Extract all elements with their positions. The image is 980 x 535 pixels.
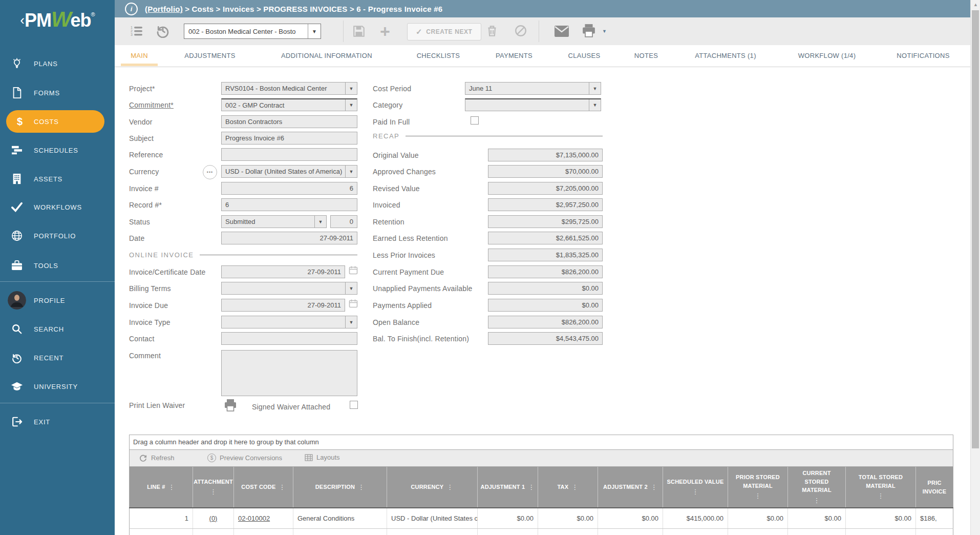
sidebar-item-university[interactable]: UNIVERSITY [0,375,115,398]
record-selector-dropdown[interactable]: 002 - Boston Medical Center - Bosto ▼ [184,24,321,39]
delete-icon[interactable] [485,24,499,37]
comment-label: Comment [129,352,161,360]
refresh-button[interactable]: Refresh [139,454,175,462]
tab-attachments[interactable]: ATTACHMENTS (1) [695,52,756,59]
scrollbar-thumb[interactable] [972,10,979,448]
column-header-currency[interactable]: CURRENCY⋮ [387,467,478,507]
column-header-adjustment1[interactable]: ADJUSTMENT 1⋮ [478,467,538,507]
column-menu-icon[interactable]: ⋮ [754,491,761,501]
grid-group-by-bar[interactable]: Drag a column header and drop it here to… [129,435,953,450]
record-number-field[interactable]: 6 [221,198,357,211]
invoice-certificate-date-field[interactable]: 27-09-2011 [221,265,345,278]
sidebar-item-exit[interactable]: EXIT [0,410,115,433]
column-header-current-stored-material[interactable]: CURRENT STORED MATERIAL⋮ [788,467,846,507]
column-header-cost-code[interactable]: COST CODE⋮ [234,467,293,507]
column-menu-icon[interactable]: ⋮ [446,482,453,492]
column-header-adjustment2[interactable]: ADJUSTMENT 2⋮ [598,467,663,507]
column-header-description[interactable]: DESCRIPTION⋮ [293,467,387,507]
scroll-up-arrow-icon[interactable]: ▲ [971,2,980,7]
list-view-icon[interactable]: 123 [130,25,143,38]
table-row[interactable]: 1 (0) 02-010002 General Conditions USD -… [129,508,953,529]
category-dropdown[interactable]: ▼ [465,98,601,111]
column-menu-icon[interactable]: ⋮ [279,482,286,492]
commitment-label[interactable]: Commitment* [129,101,174,109]
reference-field[interactable] [221,148,357,161]
preview-conversions-button[interactable]: $ Preview Conversions [207,454,282,462]
column-menu-icon[interactable]: ⋮ [358,482,365,492]
project-dropdown[interactable]: RVS0104 - Boston Medical Center▼ [221,82,357,95]
date-field[interactable]: 27-09-2011 [221,232,357,244]
currency-dropdown[interactable]: USD - Dollar (United States of America)▼ [221,165,357,178]
comment-textarea[interactable] [221,350,357,396]
status-days-field[interactable]: 0 [330,215,357,228]
billing-terms-dropdown[interactable]: ▼ [221,282,357,295]
save-icon[interactable] [352,25,366,38]
column-header-tax[interactable]: TAX⋮ [538,467,598,507]
sidebar-item-plans[interactable]: PLANS [0,52,115,75]
tab-notifications[interactable]: NOTIFICATIONS [897,52,949,59]
layouts-button[interactable]: Layouts [305,454,340,461]
info-icon[interactable]: i [125,3,138,15]
tab-workflow[interactable]: WORKFLOW (1/4) [798,52,856,59]
sidebar-item-profile[interactable]: PROFILE [0,289,115,312]
create-next-button[interactable]: ✓ CREATE NEXT [407,23,481,40]
column-header-attachment[interactable]: ATTACHMENT⋮ [193,467,234,507]
invoice-number-field[interactable]: 6 [221,182,357,195]
tab-notes[interactable]: NOTES [634,52,658,59]
pmweb-logo[interactable]: ‹PMWeb® [0,7,115,32]
tab-clauses[interactable]: CLAUSES [568,52,601,59]
sidebar-item-forms[interactable]: FORMS [0,81,115,104]
column-menu-icon[interactable]: ⋮ [651,482,657,492]
column-menu-icon[interactable]: ⋮ [528,482,535,492]
table-row[interactable]: 2 (0) 02-020000 Existing Conditions USD … [129,529,953,535]
tab-additional-information[interactable]: ADDITIONAL INFORMATION [281,52,372,59]
sidebar-item-recent[interactable]: RECENT [0,346,115,369]
column-header-line[interactable]: LINE #⋮ [130,467,193,507]
history-icon[interactable] [156,24,170,38]
commitment-dropdown[interactable]: 002 - GMP Contract▼ [221,98,357,111]
invoice-type-dropdown[interactable]: ▼ [221,316,357,328]
tab-payments[interactable]: PAYMENTS [496,52,532,59]
sidebar-item-search[interactable]: SEARCH [0,318,115,340]
sidebar-item-portfolio[interactable]: PORTFOLIO [0,224,115,247]
calendar-icon[interactable] [349,299,358,308]
column-menu-icon[interactable]: ⋮ [168,482,175,492]
signed-waiver-checkbox[interactable] [350,401,358,409]
column-header-prior-stored-material[interactable]: PRIOR STORED MATERIAL⋮ [728,467,788,507]
column-menu-icon[interactable]: ⋮ [692,487,698,497]
column-menu-icon[interactable]: ⋮ [877,491,884,501]
column-menu-icon[interactable]: ⋮ [571,482,578,492]
status-dropdown[interactable]: Submitted▼ [221,215,327,228]
void-icon[interactable] [514,24,527,37]
sidebar-item-workflows[interactable]: WORKFLOWS [0,196,115,218]
vendor-field[interactable]: Boston Contractors [221,115,357,128]
print-options-caret-icon[interactable]: ▼ [602,29,607,34]
recap-value: $7,205,000.00 [488,182,603,195]
vertical-scrollbar[interactable]: ▲ [970,0,980,535]
cost-period-dropdown[interactable]: June 11▼ [465,82,601,95]
tab-checklists[interactable]: CHECKLISTS [417,52,460,59]
sidebar-item-schedules[interactable]: SCHEDULES [0,139,115,161]
currency-more-button[interactable]: ••• [203,165,217,179]
contact-field[interactable] [221,332,357,345]
column-header-prior-invoice[interactable]: PRIC INVOICE [916,467,953,507]
print-lien-waiver-icon[interactable] [224,399,237,412]
column-header-total-stored-material[interactable]: TOTAL STORED MATERIAL⋮ [846,467,916,507]
column-header-scheduled-value[interactable]: SCHEDULED VALUE⋮ [663,467,728,507]
add-icon[interactable]: + [380,22,390,42]
sidebar-item-tools[interactable]: TOOLS [0,254,115,277]
breadcrumb-portfolio-link[interactable]: (Portfolio) [145,5,183,13]
paid-in-full-checkbox[interactable] [471,116,479,125]
email-icon[interactable] [554,25,569,37]
sidebar-item-assets[interactable]: ASSETS [0,168,115,190]
subject-field[interactable]: Progress Invoice #6 [221,132,357,145]
print-icon[interactable] [582,24,596,38]
sidebar-item-costs[interactable]: $ COSTS [6,110,104,133]
calendar-icon[interactable] [349,265,358,275]
tab-main[interactable]: MAIN [131,52,148,59]
tab-adjustments[interactable]: ADJUSTMENTS [184,52,235,59]
column-menu-icon[interactable]: ⋮ [210,487,217,497]
column-menu-icon[interactable]: ⋮ [813,496,820,506]
cell-scheduled-value: $1,000,000.00 [663,529,728,535]
invoice-due-field[interactable]: 27-09-2011 [221,299,345,312]
